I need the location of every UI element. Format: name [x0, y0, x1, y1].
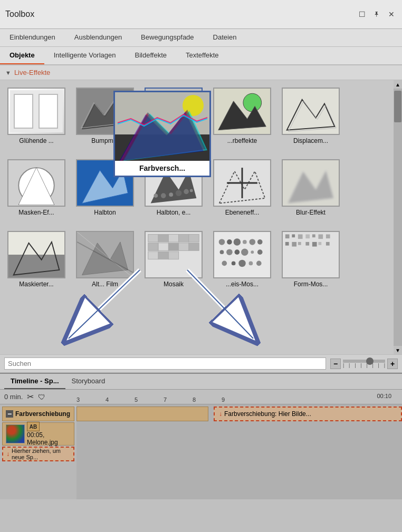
svg-point-59 — [227, 239, 232, 245]
effect-thumb-ebenen — [213, 159, 271, 207]
effect-kreismosaik[interactable]: ...eis-Mos... — [208, 228, 276, 291]
svg-point-71 — [232, 262, 236, 266]
titlebar-controls: ☐ 🖈 ✕ — [357, 9, 397, 19]
effect-thumb-maskiert — [7, 231, 65, 278]
track-right-farbv-block[interactable] — [76, 407, 208, 421]
svg-rect-82 — [305, 234, 310, 238]
track-right-area: ↓ Farbverschiebung: Hier Bilde... — [76, 404, 402, 499]
scroll-down-button[interactable]: ▼ — [394, 346, 402, 354]
svg-point-60 — [234, 238, 241, 245]
effect-label-displacement: Displacem... — [293, 137, 328, 144]
effect-formmosaik[interactable]: Form-Mos... — [276, 228, 345, 291]
size-increase-button[interactable]: + — [387, 359, 398, 369]
svg-rect-86 — [312, 242, 317, 247]
ruler-mark-4: 4 — [106, 396, 135, 403]
size-decrease-button[interactable]: − — [330, 359, 341, 369]
track-collapse-button[interactable]: − — [6, 410, 13, 418]
svg-point-28 — [184, 189, 189, 195]
search-bar: − |||||||| + — [0, 354, 402, 373]
tooltip-thumbnail — [115, 92, 209, 161]
effect-ebenen[interactable]: Ebeneneff... — [208, 156, 276, 219]
svg-rect-49 — [148, 243, 158, 250]
live-effekte-section-header[interactable]: ▼ Live-Effekte — [0, 65, 402, 80]
effect-label-farbeffekte: ...rbeffekte — [227, 137, 257, 144]
tab-bewegungspfade[interactable]: Bewegungspfade — [131, 29, 203, 46]
effect-blur[interactable]: Blur-Effekt — [276, 156, 345, 219]
effect-thumb-blur — [282, 159, 340, 207]
tab-ausblendungen[interactable]: Ausblendungen — [65, 29, 131, 46]
tab-row-2: Objekte Intelligente Vorlagen Bildeffekt… — [0, 47, 402, 65]
tab-einblendungen[interactable]: Einblendungen — [0, 29, 65, 46]
scroll-up-button[interactable]: ▲ — [394, 80, 402, 89]
svg-rect-1 — [14, 94, 33, 128]
effect-label-blur: Blur-Effekt — [296, 209, 326, 216]
effect-gluehende[interactable]: Glühende ... — [2, 84, 71, 148]
ruler-mark-8: 8 — [193, 396, 222, 403]
effect-masken[interactable]: Masken-Ef... — [2, 156, 71, 219]
scissors-icon[interactable]: ✂ — [27, 392, 34, 402]
svg-rect-89 — [326, 242, 330, 246]
svg-rect-81 — [298, 242, 301, 245]
svg-point-29 — [190, 189, 193, 192]
track-left-labels: − Farbverschiebung AB 00:05, Melone.jpg … — [0, 404, 76, 499]
ab-badge: AB — [27, 422, 40, 431]
size-slider[interactable] — [343, 360, 385, 363]
track-media-item[interactable]: AB 00:05, Melone.jpg — [2, 422, 74, 446]
svg-rect-57 — [214, 232, 270, 278]
effect-mosaik[interactable]: Mosaik — [139, 228, 208, 291]
svg-rect-83 — [312, 234, 315, 237]
size-control: − |||||||| + — [330, 359, 398, 369]
svg-point-63 — [257, 239, 263, 245]
shield-icon[interactable]: 🛡 — [38, 393, 45, 401]
svg-rect-76 — [285, 234, 290, 238]
tab-intelligente-vorlagen[interactable]: Intelligente Vorlagen — [44, 47, 126, 64]
svg-rect-2 — [39, 94, 58, 128]
effects-row-3: Maskierter... Alt... Film — [0, 224, 394, 295]
close-button[interactable]: ✕ — [386, 9, 397, 19]
tab-bildeffekte[interactable]: Bildeffekte — [126, 47, 176, 64]
tab-dateien[interactable]: Dateien — [204, 29, 246, 46]
tab-texteffekte[interactable]: Texteffekte — [176, 47, 228, 64]
tooltip-card: Farbversch... — [113, 91, 211, 177]
svg-rect-44 — [148, 234, 158, 241]
effect-label-mosaik: Mosaik — [164, 280, 184, 288]
svg-point-61 — [243, 240, 247, 244]
size-slider-container: |||||||| — [343, 360, 385, 368]
effect-thumb-formmosaik — [282, 231, 340, 278]
section-arrow-icon: ▼ — [5, 70, 11, 76]
svg-point-66 — [235, 249, 240, 255]
effects-scrollbar[interactable]: ▲ ▼ — [394, 80, 402, 354]
effect-maskiert[interactable]: Maskierter... — [2, 228, 71, 291]
timeline-tabs: Timeline - Sp... Storyboard — [0, 374, 402, 390]
track-right-drop-zone[interactable]: ↓ Farbverschiebung: Hier Bilde... — [214, 407, 402, 421]
effect-label-formmosaik: Form-Mos... — [294, 280, 328, 288]
app-title: Toolbox — [5, 9, 34, 19]
svg-point-25 — [161, 193, 166, 198]
svg-rect-56 — [168, 252, 178, 259]
timeline-tab-storyboard[interactable]: Storyboard — [65, 374, 112, 389]
svg-point-62 — [249, 239, 255, 245]
effect-label-altfilm: Alt... Film — [92, 280, 118, 288]
ruler-mark-3: 3 — [76, 396, 106, 403]
svg-rect-52 — [179, 243, 189, 250]
search-input[interactable] — [4, 357, 326, 370]
track-farbverschiebung-label[interactable]: − Farbverschiebung — [2, 407, 74, 421]
pin-button[interactable]: 🖈 — [371, 9, 382, 19]
effects-content-area: Glühende ... Bumpm... — [0, 80, 402, 354]
scroll-thumb[interactable] — [394, 91, 401, 122]
tooltip-label: Farbversch... — [115, 161, 209, 176]
effect-label-halbtone1: Halbton — [94, 209, 116, 216]
svg-rect-78 — [298, 234, 303, 239]
effect-displacement[interactable]: Displacem... — [276, 84, 345, 148]
effect-farbeffekte[interactable]: ...rbeffekte — [208, 84, 276, 148]
svg-rect-77 — [292, 234, 295, 237]
effect-altfilm[interactable]: Alt... Film — [71, 228, 139, 291]
size-slider-thumb[interactable] — [366, 357, 374, 365]
timeline-tab-active[interactable]: Timeline - Sp... — [4, 374, 65, 389]
minimize-button[interactable]: ☐ — [357, 9, 367, 19]
svg-rect-75 — [283, 232, 339, 278]
ruler-mark-7: 7 — [164, 396, 193, 403]
track-drop-zone-left[interactable]: ↓ Hierher ziehen, um neue Sp... — [2, 447, 74, 461]
section-label: Live-Effekte — [14, 69, 50, 76]
tab-objekte[interactable]: Objekte — [0, 47, 44, 64]
